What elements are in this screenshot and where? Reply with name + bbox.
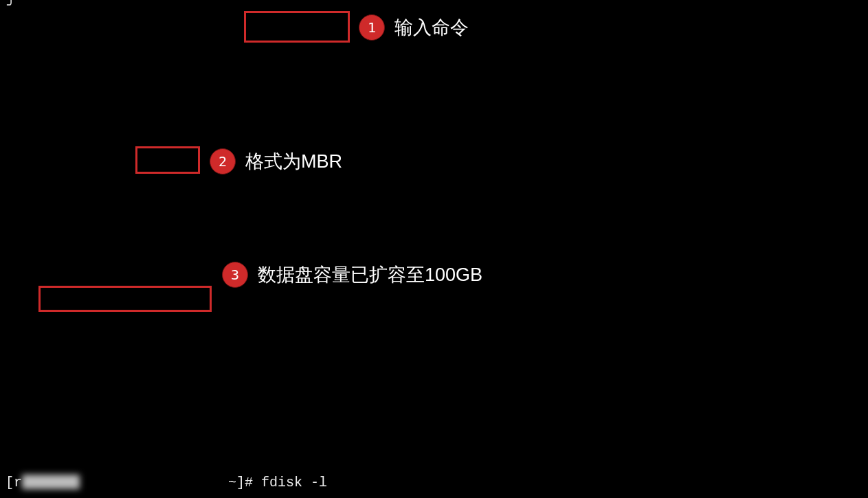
highlight-disk2-box xyxy=(38,286,212,312)
callout-2: 2 格式为MBR xyxy=(210,148,342,174)
prompt-suffix: ~]# xyxy=(80,475,261,490)
bracket-decoration: ╯ xyxy=(7,0,15,18)
callout-3: 3 数据盘容量已扩容至100GB xyxy=(222,262,482,288)
callout-1: 1 输入命令 xyxy=(359,14,469,41)
highlight-command-box xyxy=(244,11,350,43)
callout-badge-1: 1 xyxy=(359,14,385,41)
command-text: fdisk -l xyxy=(261,475,327,490)
callout-text-1: 输入命令 xyxy=(394,16,469,39)
callout-badge-2: 2 xyxy=(210,148,236,174)
highlight-dos-box xyxy=(135,146,200,174)
prompt-hostname-blurred: ███████ xyxy=(22,471,80,495)
callout-badge-3: 3 xyxy=(222,262,248,288)
callout-text-2: 格式为MBR xyxy=(245,150,342,173)
terminal[interactable]: ╯ 1 输入命令 2 格式为MBR 3 数据盘容量已扩容至100GB [r███… xyxy=(0,0,868,498)
terminal-line xyxy=(5,354,863,378)
callout-text-3: 数据盘容量已扩容至100GB xyxy=(258,263,482,286)
prompt-line: [r███████ ~]# fdisk -l xyxy=(5,471,863,495)
prompt-prefix: [r xyxy=(5,475,22,490)
